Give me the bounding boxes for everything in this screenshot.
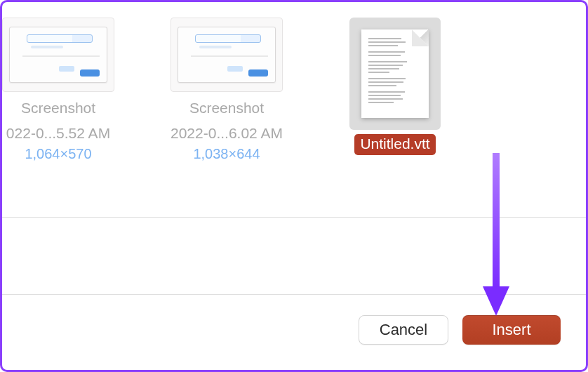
file-name-selected: Untitled.vtt: [354, 134, 435, 155]
cancel-button[interactable]: Cancel: [359, 315, 448, 345]
file-dimensions: 1,064×570: [25, 146, 91, 162]
file-item[interactable]: Screenshot 022-0...5.52 AM 1,064×570: [0, 18, 128, 162]
file-name-line2: 022-0...5.52 AM: [6, 124, 110, 142]
file-name-line2: 2022-0...6.02 AM: [171, 124, 283, 142]
annotation-arrow-icon: [481, 153, 512, 316]
file-grid: Screenshot 022-0...5.52 AM 1,064×570 Scr…: [2, 2, 586, 162]
svg-rect-0: [493, 153, 500, 288]
file-name-line1: Screenshot: [21, 99, 95, 117]
separator: [2, 294, 586, 295]
file-thumbnail-image: [171, 18, 283, 92]
file-item-selected[interactable]: Untitled.vtt: [325, 18, 465, 155]
svg-marker-1: [483, 286, 509, 316]
dialog-button-bar: Cancel Insert: [359, 315, 561, 345]
separator: [2, 217, 586, 218]
file-item[interactable]: Screenshot 2022-0...6.02 AM 1,038×644: [156, 18, 297, 162]
file-thumbnail-document: [349, 18, 441, 130]
file-name-line1: Screenshot: [189, 99, 264, 117]
file-dimensions: 1,038×644: [193, 146, 260, 162]
file-picker-dialog: Screenshot 022-0...5.52 AM 1,064×570 Scr…: [0, 0, 588, 372]
insert-button[interactable]: Insert: [462, 315, 561, 345]
file-thumbnail-image: [2, 18, 114, 92]
